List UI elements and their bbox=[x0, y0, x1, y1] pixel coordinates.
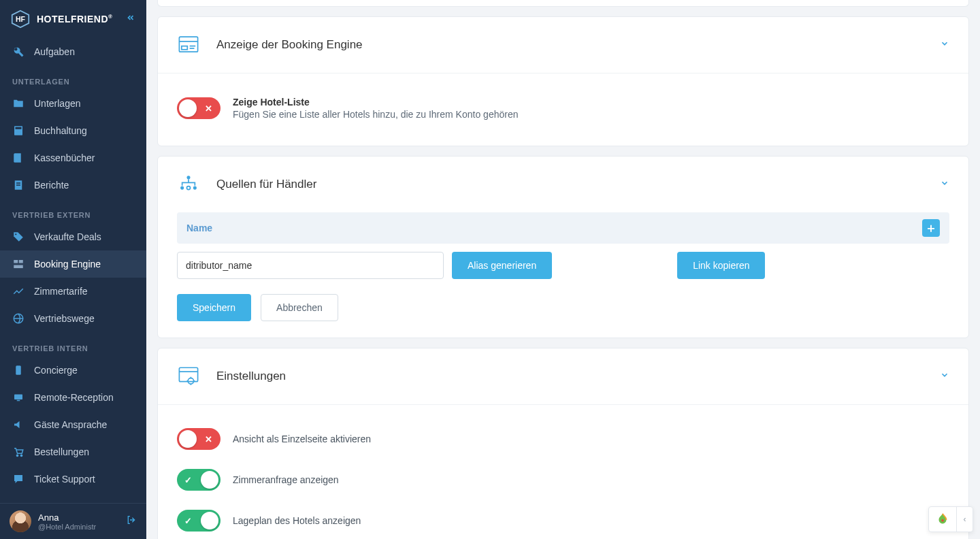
settings-panel-icon bbox=[177, 365, 200, 388]
svg-rect-11 bbox=[16, 365, 21, 375]
corner-widget[interactable]: ‹ bbox=[928, 506, 973, 532]
generate-alias-button[interactable]: Alias generieren bbox=[452, 252, 552, 279]
sidebar-item-berichte[interactable]: Berichte bbox=[0, 172, 146, 199]
tag-icon bbox=[12, 231, 24, 243]
nav-section-vertrieb-intern: VERTRIEB INTERN bbox=[0, 332, 146, 357]
nav-label: Concierge bbox=[34, 365, 78, 376]
nav-label: Kassenbücher bbox=[34, 152, 95, 163]
logout-icon[interactable] bbox=[126, 514, 137, 528]
device-icon bbox=[12, 364, 24, 376]
add-distributor-button[interactable]: ＋ bbox=[922, 219, 940, 237]
toggle-desc: Fügen Sie eine Liste aller Hotels hinzu,… bbox=[233, 109, 949, 120]
svg-point-24 bbox=[193, 186, 197, 190]
sidebar-item-bestellungen[interactable]: Bestellungen bbox=[0, 438, 146, 466]
sidebar-item-zimmertarife[interactable]: Zimmertarife bbox=[0, 278, 146, 305]
toggle-text: Lageplan des Hotels anzeigen bbox=[233, 515, 949, 526]
chevron-down-icon bbox=[940, 370, 949, 382]
book-icon bbox=[12, 152, 24, 164]
nav-label: Aufgaben bbox=[34, 46, 75, 57]
user-name: Anna bbox=[38, 512, 119, 523]
sidebar: HF HOTELFRIEND® Aufgaben UNTERLAGEN Unte… bbox=[0, 0, 146, 539]
card-quellen: Quellen für Händler Name ＋ Alias generie… bbox=[157, 156, 969, 338]
svg-rect-5 bbox=[16, 184, 20, 186]
sidebar-collapse-button[interactable] bbox=[126, 13, 135, 25]
save-button[interactable]: Speichern bbox=[177, 294, 251, 321]
calculator-icon bbox=[12, 125, 24, 137]
chevron-down-icon bbox=[940, 178, 949, 191]
toggle-text: Zeige Hotel-Liste Fügen Sie eine Liste a… bbox=[233, 97, 949, 120]
sidebar-item-aufgaben[interactable]: Aufgaben bbox=[0, 38, 146, 65]
sidebar-item-booking-engine[interactable]: Booking Engine bbox=[0, 250, 146, 278]
brand-logo-icon: HF bbox=[11, 10, 30, 29]
card-stub-top bbox=[157, 0, 969, 7]
sidebar-item-ticket-support[interactable]: Ticket Support bbox=[0, 466, 146, 493]
card-title: Quellen für Händler bbox=[216, 178, 316, 191]
svg-point-27 bbox=[188, 378, 194, 385]
name-label: Name bbox=[186, 223, 212, 233]
card-title: Einstellungen bbox=[216, 370, 286, 383]
brand-name: HOTELFRIEND® bbox=[37, 14, 112, 24]
nav-label: Buchhaltung bbox=[34, 125, 87, 136]
nav-label: Unterlagen bbox=[34, 98, 81, 109]
toggle-label: Lageplan des Hotels anzeigen bbox=[233, 515, 949, 526]
sidebar-item-gaeste-ansprache[interactable]: Gäste Ansprache bbox=[0, 411, 146, 438]
user-meta: Anna @Hotel Administr bbox=[38, 512, 119, 531]
svg-rect-9 bbox=[14, 265, 23, 269]
copy-link-button[interactable]: Link kopieren bbox=[677, 252, 765, 279]
toggle-lageplan[interactable]: ✓ bbox=[177, 510, 220, 532]
sidebar-item-buchhaltung[interactable]: Buchhaltung bbox=[0, 117, 146, 144]
toggle-zimmeranfrage[interactable]: ✓ bbox=[177, 469, 220, 491]
speaker-icon bbox=[12, 419, 24, 431]
toggle-einzelseite[interactable]: ✕ bbox=[177, 428, 220, 450]
x-icon: ✕ bbox=[205, 103, 212, 114]
nav-label: Ticket Support bbox=[34, 474, 95, 485]
sidebar-item-kassenbuecher[interactable]: Kassenbücher bbox=[0, 144, 146, 172]
svg-point-14 bbox=[16, 455, 18, 456]
booking-engine-icon bbox=[12, 258, 24, 270]
sidebar-item-vertriebswege[interactable]: Vertriebswege bbox=[0, 305, 146, 332]
card-header-booking-display[interactable]: Anzeige der Booking Engine bbox=[158, 17, 968, 73]
svg-rect-3 bbox=[16, 127, 22, 129]
sidebar-item-concierge[interactable]: Concierge bbox=[0, 357, 146, 384]
sidebar-item-verkaufte-deals[interactable]: Verkaufte Deals bbox=[0, 223, 146, 250]
svg-point-22 bbox=[180, 186, 184, 190]
browser-icon bbox=[177, 33, 200, 56]
hierarchy-icon bbox=[177, 173, 200, 196]
name-header-bar: Name ＋ bbox=[177, 212, 949, 244]
svg-rect-12 bbox=[14, 395, 22, 400]
check-icon: ✓ bbox=[184, 516, 192, 526]
nav-label: Booking Engine bbox=[34, 259, 101, 270]
chevron-down-icon bbox=[940, 39, 949, 51]
chat-icon bbox=[12, 473, 24, 485]
toggle-knob bbox=[201, 471, 218, 489]
sidebar-item-unterlagen[interactable]: Unterlagen bbox=[0, 90, 146, 117]
card-header-einstellungen[interactable]: Einstellungen bbox=[158, 348, 968, 404]
svg-point-6 bbox=[15, 233, 16, 235]
nav-label: Zimmertarife bbox=[34, 286, 88, 297]
toggle-text: Ansicht als Einzelseite aktivieren bbox=[233, 434, 949, 444]
sidebar-item-remote-reception[interactable]: Remote-Reception bbox=[0, 384, 146, 411]
toggle-knob bbox=[201, 512, 218, 529]
cancel-button[interactable]: Abbrechen bbox=[261, 294, 338, 321]
globe-icon bbox=[12, 312, 24, 325]
nav-label: Berichte bbox=[34, 180, 69, 191]
toggle-knob bbox=[179, 99, 197, 117]
toggle-row-zimmeranfrage: ✓ Zimmeranfrage anzeigen bbox=[177, 459, 949, 500]
check-icon: ✓ bbox=[184, 475, 192, 485]
distributor-form-row: Alias generieren Link kopieren bbox=[177, 252, 949, 279]
toggle-row-hotel-list: ✕ Zeige Hotel-Liste Fügen Sie eine Liste… bbox=[177, 87, 949, 129]
nav-label: Vertriebswege bbox=[34, 313, 95, 324]
user-avatar[interactable] bbox=[10, 510, 31, 532]
reception-icon bbox=[12, 391, 24, 404]
svg-rect-7 bbox=[14, 260, 18, 263]
x-icon: ✕ bbox=[205, 434, 212, 444]
nav-label: Remote-Reception bbox=[34, 392, 114, 403]
svg-point-15 bbox=[20, 455, 22, 456]
sidebar-header: HF HOTELFRIEND® bbox=[0, 0, 146, 38]
toggle-hotel-list[interactable]: ✕ bbox=[177, 97, 220, 119]
nav-label: Gäste Ansprache bbox=[34, 419, 107, 430]
card-header-quellen[interactable]: Quellen für Händler bbox=[158, 157, 968, 212]
distributor-name-input[interactable] bbox=[177, 252, 444, 279]
toggle-row-lageplan: ✓ Lageplan des Hotels anzeigen bbox=[177, 500, 949, 539]
widget-logo-icon bbox=[929, 507, 956, 532]
